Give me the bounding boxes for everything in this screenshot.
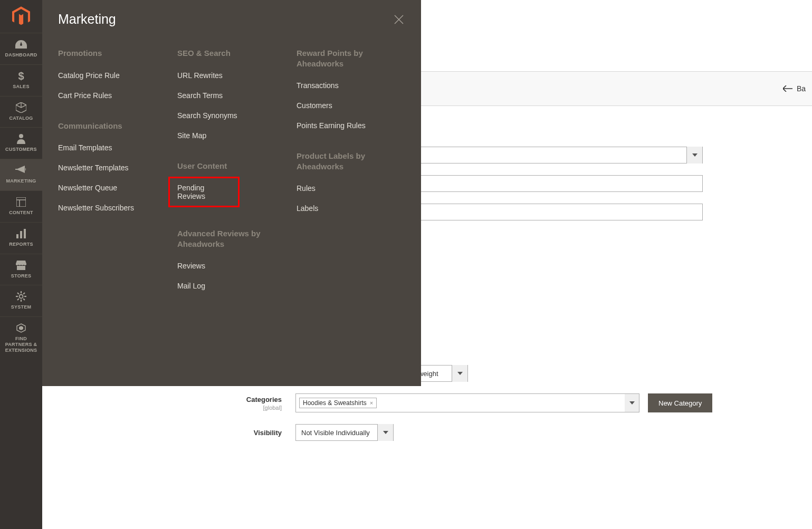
dashboard-icon (15, 39, 27, 50)
nav-label: REPORTS (7, 242, 35, 247)
new-category-button[interactable]: New Category (648, 393, 712, 412)
customers-icon (17, 133, 25, 145)
flyout-group-title: Advanced Reviews by Aheadworks (177, 228, 286, 249)
flyout-group-title: Promotions (58, 48, 167, 59)
nav-marketing[interactable]: MARKETING (0, 159, 42, 190)
flyout-link-catalog-price-rule[interactable]: Catalog Price Rule (58, 71, 167, 80)
flyout-link-newsletter-queue[interactable]: Newsletter Queue (58, 184, 167, 192)
nav-content[interactable]: CONTENT (0, 190, 42, 222)
visibility-label: Visibility (254, 429, 282, 437)
system-icon (16, 291, 26, 302)
flyout-group-title: Reward Points by Aheadworks (297, 48, 405, 69)
nav-system[interactable]: SYSTEM (0, 285, 42, 316)
chevron-down-icon (686, 147, 702, 163)
chevron-down-icon (377, 424, 393, 441)
nav-label: SALES (11, 84, 31, 90)
svg-line-13 (17, 293, 19, 294)
svg-point-1 (19, 134, 23, 138)
marketing-flyout: Marketing PromotionsCatalog Price RuleCa… (42, 0, 421, 386)
svg-line-16 (23, 293, 25, 294)
nav-dashboard[interactable]: DASHBOARD (0, 33, 42, 64)
svg-rect-5 (16, 234, 18, 238)
magento-logo[interactable] (0, 0, 42, 33)
catalog-icon (16, 102, 26, 113)
arrow-left-icon (783, 85, 792, 92)
nav-label: FIND PARTNERS & EXTENSIONS (0, 336, 42, 353)
sales-icon: $ (17, 70, 25, 82)
flyout-link-newsletter-templates[interactable]: Newsletter Templates (58, 163, 167, 172)
chevron-down-icon (452, 365, 467, 382)
svg-point-8 (20, 295, 23, 299)
nav-label: CONTENT (7, 210, 35, 216)
category-chip: Hoodies & Sweatshirts × (299, 398, 377, 408)
nav-sales[interactable]: $SALES (0, 64, 42, 96)
flyout-link-site-map[interactable]: Site Map (177, 131, 286, 140)
flyout-link-reviews[interactable]: Reviews (177, 262, 286, 270)
categories-multiselect[interactable]: Hoodies & Sweatshirts × (295, 393, 625, 412)
flyout-link-cart-price-rules[interactable]: Cart Price Rules (58, 91, 167, 100)
partners-icon (16, 322, 26, 334)
nav-label: CUSTOMERS (3, 147, 39, 152)
reports-icon (16, 228, 26, 239)
flyout-link-pending-reviews[interactable]: Pending Reviews (168, 177, 240, 207)
flyout-link-rules[interactable]: Rules (297, 184, 405, 193)
svg-line-14 (23, 299, 25, 301)
categories-label: Categories (246, 396, 282, 403)
nav-stores[interactable]: STORES (0, 254, 42, 285)
categories-dropdown-toggle[interactable] (625, 393, 639, 412)
flyout-link-newsletter-subscribers[interactable]: Newsletter Subscribers (58, 204, 167, 212)
nav-catalog[interactable]: CATALOG (0, 96, 42, 128)
content-icon (16, 196, 26, 208)
nav-reports[interactable]: REPORTS (0, 222, 42, 254)
stores-icon (16, 259, 26, 271)
flyout-title: Marketing (58, 12, 116, 27)
svg-text:$: $ (18, 71, 24, 81)
flyout-link-search-terms[interactable]: Search Terms (177, 91, 286, 100)
svg-rect-6 (20, 231, 22, 238)
nav-label: STORES (9, 273, 33, 279)
nav-partners[interactable]: FIND PARTNERS & EXTENSIONS (0, 316, 42, 359)
chip-remove-icon[interactable]: × (370, 400, 373, 406)
nav-label: SYSTEM (9, 304, 34, 310)
category-chip-label: Hoodies & Sweatshirts (303, 399, 367, 407)
flyout-link-labels[interactable]: Labels (297, 204, 405, 213)
nav-label: MARKETING (4, 178, 39, 184)
scope-label: [global] (84, 405, 282, 411)
flyout-link-url-rewrites[interactable]: URL Rewrites (177, 71, 286, 80)
svg-line-15 (17, 299, 19, 301)
admin-sidebar: DASHBOARD$SALESCATALOGCUSTOMERSMARKETING… (0, 0, 42, 529)
flyout-close-button[interactable] (393, 13, 405, 26)
flyout-link-transactions[interactable]: Transactions (297, 81, 405, 90)
flyout-link-search-synonyms[interactable]: Search Synonyms (177, 111, 286, 120)
back-button[interactable]: Ba (783, 84, 806, 93)
svg-rect-2 (16, 197, 26, 207)
marketing-icon (15, 165, 27, 176)
visibility-select[interactable]: Not Visible Individually (295, 424, 394, 441)
flyout-link-customers[interactable]: Customers (297, 101, 405, 110)
close-icon (394, 15, 404, 24)
nav-label: DASHBOARD (3, 52, 40, 58)
svg-rect-7 (24, 229, 26, 238)
flyout-group-title: Product Labels by Aheadworks (297, 151, 405, 171)
nav-label: CATALOG (7, 116, 35, 121)
back-label: Ba (797, 84, 806, 93)
nav-customers[interactable]: CUSTOMERS (0, 127, 42, 159)
flyout-group-title: SEO & Search (177, 48, 286, 59)
flyout-link-email-templates[interactable]: Email Templates (58, 143, 167, 152)
flyout-link-mail-log[interactable]: Mail Log (177, 282, 286, 290)
flyout-link-points-earning-rules[interactable]: Points Earning Rules (297, 121, 405, 130)
flyout-group-title: User Content (177, 161, 286, 171)
flyout-group-title: Communications (58, 121, 167, 131)
